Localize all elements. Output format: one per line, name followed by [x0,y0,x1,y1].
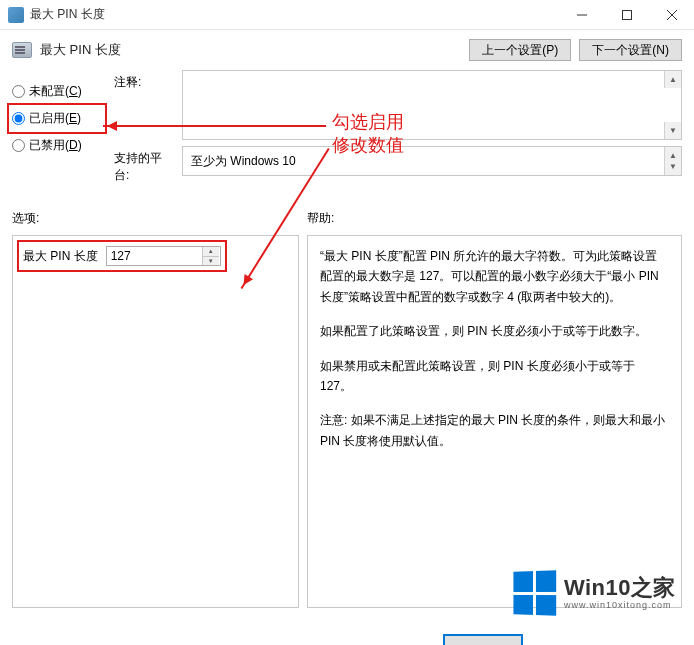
help-panel: “最大 PIN 长度”配置 PIN 所允许的最大字符数。可为此策略设置配置的最大… [307,235,682,608]
scroll-down-icon[interactable]: ▼ [664,122,681,139]
radio-not-configured-label: 未配置(C) [29,83,82,100]
help-paragraph: 如果配置了此策略设置，则 PIN 长度必须小于或等于此数字。 [320,321,669,341]
policy-title: 最大 PIN 长度 [40,41,461,59]
help-paragraph: “最大 PIN 长度”配置 PIN 所允许的最大字符数。可为此策略设置配置的最大… [320,246,669,307]
next-setting-button[interactable]: 下一个设置(N) [579,39,682,61]
options-section-label: 选项: [12,210,307,227]
svg-rect-1 [622,11,631,20]
help-paragraph: 如果禁用或未配置此策略设置，则 PIN 长度必须小于或等于 127。 [320,356,669,397]
window-title: 最大 PIN 长度 [30,6,559,23]
scroll-up-icon[interactable]: ▲ [664,71,681,88]
comment-textarea[interactable]: ▲ ▼ [182,70,682,140]
close-button[interactable] [649,0,694,30]
scroll-down-icon[interactable]: ▼ [664,158,681,175]
window-controls [559,0,694,29]
previous-setting-button[interactable]: 上一个设置(P) [469,39,571,61]
highlight-enabled: 已启用(E) [7,103,107,134]
maximize-button[interactable] [604,0,649,30]
radio-disabled[interactable]: 已禁用(D) [12,132,102,159]
platform-textbox: 至少为 Windows 10 ▲ ▼ [182,146,682,176]
app-icon [8,7,24,23]
platform-label: 支持的平台: [114,146,176,184]
options-panel: 最大 PIN 长度 ▲ ▼ [12,235,299,608]
minimize-button[interactable] [559,0,604,30]
radio-not-configured[interactable]: 未配置(C) [12,78,102,105]
header-row: 最大 PIN 长度 上一个设置(P) 下一个设置(N) [0,30,694,70]
policy-icon [12,42,32,58]
spinner-down-button[interactable]: ▼ [203,257,219,266]
radio-enabled-input[interactable] [12,112,25,125]
radio-not-configured-input[interactable] [12,85,25,98]
cutoff-button[interactable] [443,634,523,645]
max-pin-length-input[interactable] [107,247,202,265]
spinner-up-button[interactable]: ▲ [203,247,219,257]
help-paragraph: 注意: 如果不满足上述指定的最大 PIN 长度的条件，则最大和最小 PIN 长度… [320,410,669,451]
radio-disabled-label: 已禁用(D) [29,137,82,154]
radio-group: 未配置(C) 已启用(E) 已禁用(D) [12,70,102,190]
highlight-pin-option: 最大 PIN 长度 ▲ ▼ [17,240,227,272]
radio-enabled[interactable]: 已启用(E) [12,105,102,132]
comment-label: 注释: [114,70,176,91]
radio-enabled-label: 已启用(E) [29,110,81,127]
platform-value: 至少为 Windows 10 [191,154,296,168]
max-pin-length-spinner[interactable]: ▲ ▼ [106,246,221,266]
help-section-label: 帮助: [307,210,682,227]
titlebar: 最大 PIN 长度 [0,0,694,30]
max-pin-length-label: 最大 PIN 长度 [23,248,98,265]
radio-disabled-input[interactable] [12,139,25,152]
